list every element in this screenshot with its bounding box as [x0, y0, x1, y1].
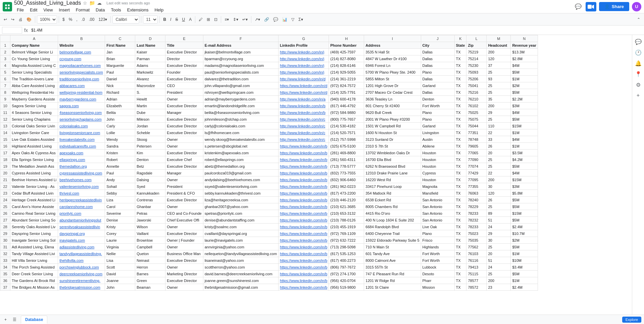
cell-J37[interactable]: Mission — [421, 284, 454, 291]
cell-N27[interactable]: $5M — [511, 217, 538, 224]
cell-K12[interactable]: TX — [454, 116, 466, 123]
cell-J13[interactable]: Garland — [421, 123, 454, 129]
menu-help[interactable]: Help — [152, 7, 166, 13]
cell-L33[interactable]: 76116 — [466, 257, 487, 264]
cell-H25[interactable]: (210) 621-3685 — [329, 203, 364, 210]
cell-C8[interactable]: Richard — [105, 89, 135, 96]
function-btn[interactable]: Σ▾ — [297, 16, 304, 23]
cell-A3[interactable]: Cc Young Senior Living — [10, 55, 58, 62]
cell-F10[interactable]: emartin@landondridgelife.com — [203, 103, 278, 109]
cell-B22[interactable]: valienteseniorliving.com — [58, 183, 105, 190]
cell-D26[interactable]: Petras — [135, 210, 165, 217]
cell-H22[interactable]: (281) 962-0223 — [329, 183, 364, 190]
cell-N33[interactable]: $10M — [511, 257, 538, 264]
bold-btn[interactable]: B — [161, 16, 168, 23]
cell-B12[interactable]: seniorlivingchaplains.com — [58, 116, 105, 123]
cell-H15[interactable]: (512) 757-5998 — [329, 136, 364, 143]
cell-D12[interactable]: Mileson — [135, 116, 165, 123]
cell-L18[interactable]: 77090 — [466, 156, 487, 163]
cell-J16[interactable]: Abilene — [421, 143, 454, 150]
cell-J33[interactable]: Fort Worth — [421, 257, 454, 264]
cell-E2[interactable]: Executive Director — [165, 49, 203, 55]
cell-A7[interactable]: Abba Care Assisted Living — [10, 82, 58, 89]
cell-N17[interactable]: $3.5M — [511, 150, 538, 156]
cell-L16[interactable]: 79605 — [466, 143, 487, 150]
cell-J25[interactable]: San Antonio — [421, 203, 454, 210]
cell-K9[interactable]: TX — [454, 96, 466, 103]
header-address[interactable]: Address — [364, 42, 421, 49]
cell-L12[interactable]: 75075 — [466, 116, 487, 123]
cell-M22[interactable]: 30 — [487, 183, 511, 190]
comments-sidebar-icon[interactable]: 💬 — [634, 37, 643, 46]
cell-G18[interactable]: https://www.linkedin.com/in/b — [279, 156, 329, 163]
font-size-select[interactable]: 11 — [143, 15, 158, 24]
cell-J6[interactable]: Dallas — [421, 76, 454, 82]
add-sheet-btn[interactable]: + — [3, 317, 8, 323]
header-email[interactable]: E-mail Address — [203, 42, 278, 49]
cell-I10[interactable]: 801 Cherry St #2400 — [364, 103, 421, 109]
cell-F17[interactable]: kristenkim@apexoaks.com — [203, 150, 278, 156]
cell-D18[interactable]: Denton — [135, 156, 165, 163]
font-select[interactable]: Calibri — [112, 15, 139, 24]
maps-icon[interactable]: 📍 — [634, 69, 643, 79]
cell-M17[interactable]: 20 — [487, 150, 511, 156]
cell-A9[interactable]: Mayberry Gardens Assiste — [10, 96, 58, 103]
cell-I3[interactable]: 4847 W Lawther Dr #100 — [364, 55, 421, 62]
cell-H12[interactable]: (800) 775-7657 — [329, 116, 364, 123]
cell-B19[interactable]: themedallion.org — [58, 163, 105, 170]
cell-G36[interactable]: https://www.linkedin.com/in/b — [279, 277, 329, 284]
cell-L32[interactable]: 76103 — [466, 250, 487, 257]
col-header-F[interactable]: F — [203, 35, 278, 42]
explore-button[interactable]: Explore — [622, 317, 641, 323]
cell-D11[interactable]: Dube — [135, 109, 165, 116]
menu-data[interactable]: Data — [93, 7, 107, 13]
cell-F13[interactable]: carlyj@colonialoaks.com — [203, 123, 278, 129]
header-lastname[interactable]: Last Name — [135, 42, 165, 49]
cell-N24[interactable]: $5M — [511, 197, 538, 203]
cell-I34[interactable]: 3315 55Th St — [364, 264, 421, 271]
cell-E24[interactable]: Executive Director — [165, 197, 203, 203]
cell-K27[interactable]: TX — [454, 217, 466, 224]
cell-N32[interactable]: $1M — [511, 250, 538, 257]
cell-D34[interactable]: Herron — [135, 264, 165, 271]
cell-H37[interactable]: (956) 519-9800 — [329, 284, 364, 291]
table-row[interactable]: 22Valiente Senior Living - Asvalientesen… — [0, 183, 538, 190]
cell-J14[interactable]: Livingston — [421, 129, 454, 136]
cell-H28[interactable]: (210) 455-1919 — [329, 224, 364, 230]
cell-A5[interactable]: Senior Living Specialists — [10, 69, 58, 76]
cell-K14[interactable]: TX — [454, 129, 466, 136]
cell-A35[interactable]: Deer Creek Senior Living — [10, 271, 58, 277]
cell-M28[interactable]: 24 — [487, 224, 511, 230]
cell-A16[interactable]: Highland Assisted Living — [10, 143, 58, 150]
cell-M37[interactable]: 23 — [487, 284, 511, 291]
cell-N11[interactable]: $4M — [511, 109, 538, 116]
cell-A22[interactable]: Valiente Senior Living - As — [10, 183, 58, 190]
cell-E21[interactable]: Owner — [165, 176, 203, 183]
cell-B4[interactable]: magnoliacarehomes.com — [58, 62, 105, 69]
cell-N23[interactable]: $5.8M — [511, 190, 538, 197]
cell-K21[interactable]: TX — [454, 176, 466, 183]
cell-G21[interactable]: https://www.linkedin.com/in/b — [279, 176, 329, 183]
table-row[interactable]: 10Sagora Senior Livingsagora.comElizabet… — [0, 103, 538, 109]
cell-H27[interactable]: (210) 788-0126 — [329, 217, 364, 224]
cell-J2[interactable]: Dallas — [421, 49, 454, 55]
cell-J10[interactable]: Fort Worth — [421, 103, 454, 109]
cell-M8[interactable]: 25 — [487, 89, 511, 96]
cell-B5[interactable]: seniorlivingspecialists.com — [58, 69, 105, 76]
cell-I28[interactable]: 6684 Randolph Blvd — [364, 224, 421, 230]
cell-F19[interactable]: abetz@themedallion.org — [203, 163, 278, 170]
cell-E20[interactable]: Manager — [165, 170, 203, 176]
table-row[interactable]: 20Cypress Assisted Livingcypressassisted… — [0, 170, 538, 176]
cell-B3[interactable]: ccyoung.com — [58, 55, 105, 62]
cell-F6[interactable]: dalvarez@thetradition.com — [203, 76, 278, 82]
cell-M16[interactable]: 26 — [487, 143, 511, 150]
cell-F7[interactable]: john.villapando@gmail.com — [203, 82, 278, 89]
cell-E35[interactable]: Marketing Director — [165, 271, 203, 277]
table-row[interactable]: 15Live Oak Estates Assistedliveoakestate… — [0, 136, 538, 143]
cell-M2[interactable]: 200 — [487, 49, 511, 55]
cell-C22[interactable]: Sohail — [105, 183, 135, 190]
cell-L28[interactable]: 78233 — [466, 224, 487, 230]
cell-E33[interactable]: Executive Director — [165, 257, 203, 264]
cell-D30[interactable]: Brownlow — [135, 237, 165, 244]
cell-A33[interactable]: Hill Villa Senior Living — [10, 257, 58, 264]
